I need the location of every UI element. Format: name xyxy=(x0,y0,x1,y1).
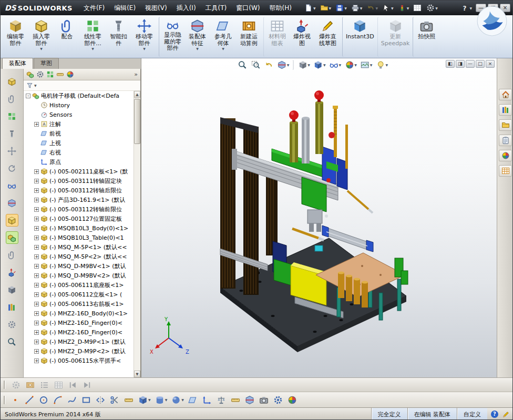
expand-toggle[interactable]: + xyxy=(34,273,39,278)
select-icon[interactable]: ▼ xyxy=(381,3,395,13)
smart-dimension-icon[interactable] xyxy=(123,394,135,406)
expand-toggle[interactable]: + xyxy=(34,302,39,306)
appearances-scenes-icon[interactable] xyxy=(499,150,512,161)
options-icon[interactable]: ▼ xyxy=(425,3,439,13)
insert-components-button[interactable]: 插入零 部件 ▼ xyxy=(28,17,54,57)
rebuild-icon[interactable]: ▼ xyxy=(396,3,411,13)
tree-item-part[interactable]: + (-) 005-001127位置固定板 xyxy=(24,214,134,223)
menu-item[interactable]: 帮助(H) xyxy=(265,2,296,15)
expand-toggle[interactable]: + xyxy=(34,188,39,193)
expand-toggle[interactable]: + xyxy=(34,245,39,250)
tab-sketch[interactable]: 草图 xyxy=(34,58,59,69)
zoom-fit-icon[interactable] xyxy=(237,60,249,70)
assembly-features-icon[interactable] xyxy=(6,197,18,209)
view-palette-icon[interactable] xyxy=(499,135,512,146)
new-part-icon[interactable] xyxy=(6,214,18,227)
tree-item-right-plane[interactable]: 右视 xyxy=(24,148,134,157)
sphere-feature-icon[interactable]: ▼ xyxy=(170,394,185,406)
model-canvas[interactable]: Y X Z xyxy=(141,58,497,377)
tree-item-part[interactable]: + (-) MSQB10L3_Body(0)<1> xyxy=(24,223,134,233)
doc-close-icon[interactable]: × xyxy=(486,60,495,68)
smart-fasteners-icon[interactable] xyxy=(6,127,18,140)
isolate-icon[interactable] xyxy=(6,335,18,348)
mate-reference-icon[interactable] xyxy=(6,249,18,261)
new-document-icon[interactable]: ▼ xyxy=(303,3,317,13)
tree-item-part[interactable]: + (-) MSQ_M-5P<2> (默认<< xyxy=(24,252,134,261)
line-tool-icon[interactable] xyxy=(24,394,36,406)
toolbar-grip[interactable] xyxy=(4,396,5,404)
simulation-icon[interactable] xyxy=(6,318,18,331)
reference-axis-icon[interactable] xyxy=(201,394,213,406)
show-hidden-components-icon[interactable] xyxy=(6,179,18,192)
model-green-brackets[interactable] xyxy=(395,258,408,284)
insert-component-icon[interactable] xyxy=(6,75,18,88)
propertymanager-tab-icon[interactable] xyxy=(36,70,44,78)
menu-item[interactable]: 视图(V) xyxy=(140,2,172,15)
tree-item-part[interactable]: + (-) 005-006113右筋板<1> xyxy=(24,299,134,309)
pane-left-icon[interactable]: ◧ xyxy=(446,60,455,68)
update-speedpak-button[interactable]: 更新 Speedpak xyxy=(377,17,412,57)
menu-item[interactable]: 编辑(E) xyxy=(109,2,140,15)
tab-assembly[interactable]: 装配体 xyxy=(2,58,33,69)
mass-properties-icon[interactable] xyxy=(216,394,228,406)
rectangle-tool-icon[interactable] xyxy=(80,394,93,406)
bill-of-materials-button[interactable]: 材料明 细表 xyxy=(263,17,289,57)
expand-toggle[interactable]: + xyxy=(34,340,39,344)
tree-item-top-plane[interactable]: 上视 xyxy=(24,138,134,148)
revolved-boss-icon[interactable]: ▼ xyxy=(154,394,169,406)
circle-tool-icon[interactable] xyxy=(38,394,50,406)
print-icon[interactable]: ▼ xyxy=(350,3,364,13)
arc-tool-icon[interactable] xyxy=(52,394,64,406)
tree-item-part[interactable]: + (-) 产品3D-161.9<1> (默认 xyxy=(24,195,134,204)
doc-restore-icon[interactable]: □ xyxy=(476,60,485,68)
settings-icon[interactable] xyxy=(272,394,284,406)
expand-toggle[interactable]: + xyxy=(34,330,39,335)
expand-toggle[interactable]: + xyxy=(34,283,39,288)
overflow-chevron[interactable]: » xyxy=(134,71,138,78)
tree-item-part[interactable]: + (-) MHZ2-16D_Body(0)<1> xyxy=(24,309,134,318)
exploded-view-icon[interactable] xyxy=(6,266,18,279)
expand-toggle[interactable]: - xyxy=(26,94,30,98)
toolbar-grip[interactable] xyxy=(4,381,5,389)
assembly-features-button[interactable]: 装配体 特征 ▼ xyxy=(184,17,210,57)
hide-show-items-icon[interactable]: ▼ xyxy=(329,60,343,70)
edit-component-button[interactable]: 编辑零 部件 xyxy=(3,17,28,57)
previous-view-icon[interactable] xyxy=(263,60,275,70)
exploded-view-button[interactable]: 爆炸视 图 xyxy=(289,17,315,57)
zoom-area-icon[interactable] xyxy=(250,60,262,70)
interference-check-icon[interactable] xyxy=(6,283,18,296)
smart-fasteners-button[interactable]: 智能扣 件 xyxy=(106,17,131,57)
take-snapshot-button[interactable]: 拍快照 xyxy=(413,17,438,57)
design-library-icon[interactable] xyxy=(499,104,512,116)
motion-jump-start-icon[interactable] xyxy=(67,379,78,391)
menu-item[interactable]: 窗口(W) xyxy=(231,2,264,15)
custom-properties-icon[interactable] xyxy=(499,165,512,177)
expand-toggle[interactable]: + xyxy=(34,122,39,127)
mate-icon[interactable] xyxy=(6,93,18,105)
tree-item-part[interactable]: + (-) MHZ2-16D_Finger(0)< xyxy=(24,318,134,327)
save-icon[interactable]: ▼ xyxy=(334,3,348,13)
tree-item-part[interactable]: + (-) 005-003112转轴前限位 xyxy=(24,204,134,214)
dropdown-arrow[interactable]: ▼ xyxy=(34,84,37,87)
edit-appearance-icon[interactable]: ▼ xyxy=(344,60,358,70)
scroll-up-arrow[interactable]: ▲ xyxy=(134,91,140,98)
pane-right-icon[interactable]: ◨ xyxy=(456,60,465,68)
display-style-icon[interactable]: ▼ xyxy=(313,60,327,70)
menu-item[interactable]: 工具(T) xyxy=(201,2,232,15)
scroll-thumb[interactable] xyxy=(134,99,140,144)
expand-toggle[interactable]: + xyxy=(34,264,39,269)
model-cylinders[interactable] xyxy=(289,90,348,169)
menu-item[interactable]: 文件(F) xyxy=(79,2,109,15)
apply-scene-icon[interactable]: ▼ xyxy=(360,60,374,70)
undo-icon[interactable]: ▼ xyxy=(365,3,379,13)
linear-component-pattern-button[interactable]: 线性零 部件... ▼ xyxy=(80,17,106,57)
motion-calculate-icon[interactable] xyxy=(10,379,22,391)
graphics-area[interactable]: Y X Z xyxy=(141,58,497,377)
section-properties-icon[interactable] xyxy=(244,394,256,406)
scroll-down-arrow[interactable]: ▼ xyxy=(134,371,140,377)
motion-jump-end-icon[interactable] xyxy=(81,379,93,391)
expand-toggle[interactable]: + xyxy=(34,207,39,212)
motion-grid-icon[interactable] xyxy=(53,379,64,391)
open-icon[interactable]: ▼ xyxy=(319,3,333,13)
explode-line-sketch-button[interactable]: 爆炸直 线草图 xyxy=(315,17,341,57)
